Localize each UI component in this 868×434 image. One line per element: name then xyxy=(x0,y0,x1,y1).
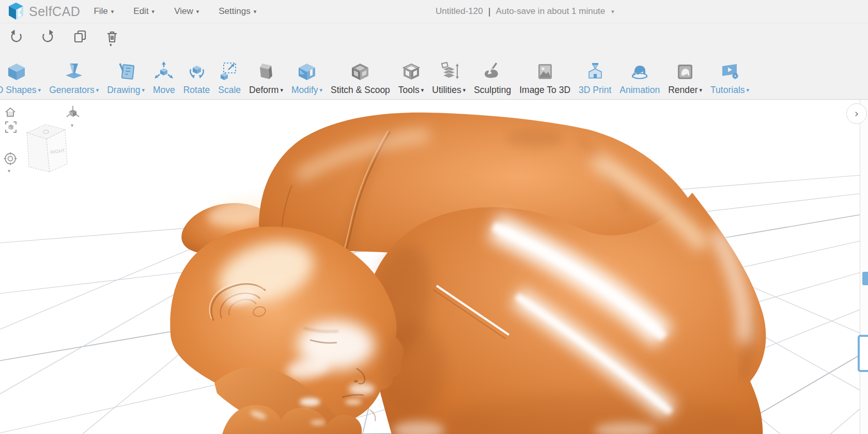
chevron-down-icon: ▾ xyxy=(152,9,155,14)
toolbar-item-tools[interactable]: Tools▾ xyxy=(398,61,424,96)
orbit-caret-icon[interactable]: ▾ xyxy=(8,168,10,174)
toolbar-item-label: Rotate xyxy=(183,85,210,96)
chevron-down-icon: ▾ xyxy=(280,87,283,94)
iso-view-button[interactable] xyxy=(65,105,81,123)
fit-view-icon xyxy=(4,120,18,134)
undo-button[interactable] xyxy=(9,28,23,44)
fit-view-button[interactable] xyxy=(4,120,18,136)
toolbar-item-label: Stitch & Scoop xyxy=(331,85,390,96)
toolbar-item-3d-print[interactable]: 3D Print xyxy=(579,61,611,96)
toolbar-item-scale[interactable]: Scale xyxy=(218,61,241,96)
toolbar-item-label: Move xyxy=(153,85,175,96)
tutorials-icon xyxy=(720,61,740,82)
print-icon xyxy=(585,61,606,82)
toolbar-item-animation[interactable]: Animation xyxy=(619,61,660,96)
menu-file[interactable]: File▾ xyxy=(94,6,114,17)
toolbar-item-utilities[interactable]: Utilities▾ xyxy=(432,61,466,96)
orbit-control-button[interactable] xyxy=(3,151,18,168)
redo-icon xyxy=(41,29,55,43)
toolbar-item-tutorials[interactable]: Tutorials▾ xyxy=(710,61,749,96)
hidden-panel-icon-fragment xyxy=(858,335,868,372)
toolbar-item-modify[interactable]: Modify▾ xyxy=(291,61,322,96)
chevron-down-icon: ▾ xyxy=(96,87,99,94)
undo-icon xyxy=(9,29,23,43)
document-title: Untitled-120 xyxy=(436,6,483,17)
toolbar-item-render[interactable]: Render▾ xyxy=(668,61,702,96)
toolbar-item-label: Tools xyxy=(398,85,420,96)
home-icon xyxy=(4,106,17,118)
toolbar-item-drawing[interactable]: Drawing▾ xyxy=(107,61,145,96)
scene-canvas[interactable] xyxy=(0,100,868,434)
toolbar-item-label: Animation xyxy=(619,85,660,96)
copy-icon xyxy=(73,29,87,43)
menu-label: Settings xyxy=(219,6,250,17)
top-menu-bar: SelfCAD File▾Edit▾View▾Settings▾ Untitle… xyxy=(0,0,868,23)
chevron-down-icon[interactable]: ▾ xyxy=(110,42,112,48)
toolbar-item-stitch-scoop[interactable]: Stitch & Scoop xyxy=(331,61,390,96)
document-title-block[interactable]: Untitled-120 | Auto-save in about 1 minu… xyxy=(436,0,614,23)
autosave-caret-icon[interactable]: ▾ xyxy=(611,8,614,15)
utilities-icon xyxy=(439,61,459,82)
toolbar-item-label: Scale xyxy=(218,85,241,96)
menu-view[interactable]: View▾ xyxy=(174,6,199,17)
home-view-button[interactable] xyxy=(4,106,17,120)
app-name: SelfCAD xyxy=(29,4,80,19)
scale-icon xyxy=(219,61,240,82)
chevron-down-icon: ▾ xyxy=(196,9,199,14)
chevron-down-icon: ▾ xyxy=(421,87,424,94)
viewport-3d[interactable]: RIGHT ▾ ▾ › xyxy=(0,100,868,434)
image-icon xyxy=(535,61,555,82)
chevron-down-icon: ▾ xyxy=(463,87,466,94)
chevron-down-icon: ▾ xyxy=(111,9,114,14)
toolbar-item-label: Drawing xyxy=(107,85,140,96)
tools-icon xyxy=(401,61,422,82)
app-logo[interactable]: SelfCAD xyxy=(0,2,80,21)
animation-icon xyxy=(629,61,650,82)
toolbar-item-move[interactable]: Move xyxy=(153,61,175,96)
panel-toggle-button[interactable]: › xyxy=(846,103,867,124)
toolbar-item-rotate[interactable]: Rotate xyxy=(183,61,210,96)
toolbar-item-generators[interactable]: Generators▾ xyxy=(49,61,99,96)
iso-view-icon xyxy=(65,105,81,121)
delete-button[interactable]: ▾ xyxy=(105,28,119,44)
toolbar-item-label: Utilities xyxy=(432,85,461,96)
render-icon xyxy=(675,61,695,82)
autosave-status: Auto-save in about 1 minute xyxy=(496,6,606,17)
toolbar-item-image-to-3d[interactable]: Image To 3D xyxy=(519,61,570,96)
stitch-icon xyxy=(350,61,370,82)
generator-icon xyxy=(64,61,84,82)
redo-button[interactable] xyxy=(41,28,55,44)
menu-label: View xyxy=(174,6,193,17)
drawing-icon xyxy=(116,61,136,82)
toolbar-item-label: 3D Print xyxy=(579,85,611,96)
deform-icon xyxy=(256,61,276,82)
toolbar-item-3d-shapes[interactable]: 3D Shapes▾ xyxy=(0,61,41,96)
chevron-down-icon: ▾ xyxy=(254,9,257,14)
menu-label: File xyxy=(94,6,107,17)
orbit-icon xyxy=(3,151,18,166)
iso-view-caret-icon[interactable]: ▾ xyxy=(71,122,73,128)
toolbar-item-label: Tutorials xyxy=(710,85,745,96)
bowing-figure-3d-model[interactable] xyxy=(170,113,766,434)
menu-settings[interactable]: Settings▾ xyxy=(219,6,256,17)
toolbar-item-label: Sculpting xyxy=(474,85,511,96)
menubar: File▾Edit▾View▾Settings▾ xyxy=(94,6,256,17)
chevron-down-icon: ▾ xyxy=(38,87,41,94)
sculpt-icon xyxy=(482,61,503,82)
hidden-panel-icon-fragment xyxy=(862,272,868,285)
toolbar-item-label: Render xyxy=(668,85,698,96)
trash-icon xyxy=(105,29,119,43)
menu-edit[interactable]: Edit▾ xyxy=(133,6,154,17)
view-cube[interactable]: RIGHT xyxy=(22,120,69,177)
chevron-right-icon: › xyxy=(855,107,859,120)
toolbar-item-label: Modify xyxy=(291,85,318,96)
duplicate-button[interactable] xyxy=(73,28,87,44)
toolbar-item-sculpting[interactable]: Sculpting xyxy=(474,61,511,96)
toolbar-item-label: Generators xyxy=(49,85,95,96)
modify-icon xyxy=(297,61,317,82)
chevron-down-icon: ▾ xyxy=(320,87,323,94)
toolbar-item-deform[interactable]: Deform▾ xyxy=(249,61,283,96)
chevron-down-icon: ▾ xyxy=(700,87,703,94)
selfcad-logo-icon xyxy=(7,2,25,21)
cube-icon xyxy=(6,61,27,82)
